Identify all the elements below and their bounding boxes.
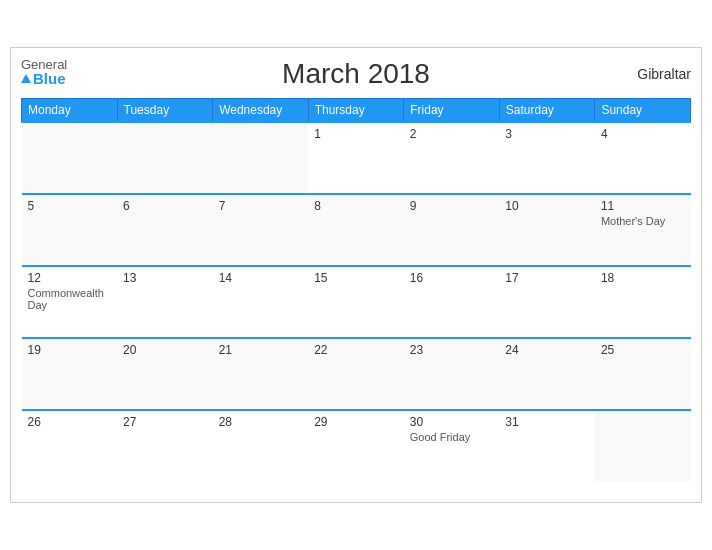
- event-label: Mother's Day: [601, 215, 685, 227]
- calendar-week-row: 19202122232425: [22, 338, 691, 410]
- day-number: 3: [505, 127, 589, 141]
- weekday-header-row: MondayTuesdayWednesdayThursdayFridaySatu…: [22, 99, 691, 123]
- calendar-week-row: 12Commonwealth Day131415161718: [22, 266, 691, 338]
- weekday-header-sunday: Sunday: [595, 99, 691, 123]
- day-number: 17: [505, 271, 589, 285]
- calendar-day-cell: 13: [117, 266, 213, 338]
- day-number: 21: [219, 343, 303, 357]
- day-number: 28: [219, 415, 303, 429]
- day-number: 11: [601, 199, 685, 213]
- calendar-day-cell: 17: [499, 266, 595, 338]
- calendar-day-cell: 31: [499, 410, 595, 482]
- calendar-day-cell: 21: [213, 338, 309, 410]
- day-number: 2: [410, 127, 494, 141]
- calendar-day-cell: 2: [404, 122, 500, 194]
- logo-blue-label: Blue: [33, 71, 66, 86]
- day-number: 24: [505, 343, 589, 357]
- calendar-day-cell: [117, 122, 213, 194]
- calendar-day-cell: 14: [213, 266, 309, 338]
- day-number: 4: [601, 127, 685, 141]
- day-number: 18: [601, 271, 685, 285]
- event-label: Commonwealth Day: [28, 287, 112, 311]
- day-number: 29: [314, 415, 398, 429]
- calendar-title: March 2018: [282, 58, 430, 90]
- day-number: 16: [410, 271, 494, 285]
- calendar-day-cell: 27: [117, 410, 213, 482]
- day-number: 12: [28, 271, 112, 285]
- day-number: 13: [123, 271, 207, 285]
- calendar-week-row: 1234: [22, 122, 691, 194]
- calendar-day-cell: 25: [595, 338, 691, 410]
- day-number: 6: [123, 199, 207, 213]
- calendar-day-cell: 23: [404, 338, 500, 410]
- calendar-header: General Blue March 2018 Gibraltar: [21, 58, 691, 90]
- calendar-day-cell: 7: [213, 194, 309, 266]
- day-number: 5: [28, 199, 112, 213]
- calendar-day-cell: [595, 410, 691, 482]
- day-number: 9: [410, 199, 494, 213]
- day-number: 20: [123, 343, 207, 357]
- calendar-day-cell: 11Mother's Day: [595, 194, 691, 266]
- day-number: 22: [314, 343, 398, 357]
- logo: General Blue: [21, 58, 67, 86]
- logo-blue-text: Blue: [21, 71, 67, 86]
- calendar-day-cell: 28: [213, 410, 309, 482]
- calendar-day-cell: 9: [404, 194, 500, 266]
- calendar-day-cell: 24: [499, 338, 595, 410]
- calendar-week-row: 567891011Mother's Day: [22, 194, 691, 266]
- weekday-header-wednesday: Wednesday: [213, 99, 309, 123]
- calendar-day-cell: 26: [22, 410, 118, 482]
- day-number: 10: [505, 199, 589, 213]
- day-number: 31: [505, 415, 589, 429]
- calendar-week-row: 2627282930Good Friday31: [22, 410, 691, 482]
- calendar-day-cell: 4: [595, 122, 691, 194]
- calendar-day-cell: 29: [308, 410, 404, 482]
- country-label: Gibraltar: [637, 66, 691, 82]
- calendar-day-cell: 15: [308, 266, 404, 338]
- day-number: 1: [314, 127, 398, 141]
- calendar-day-cell: 1: [308, 122, 404, 194]
- day-number: 14: [219, 271, 303, 285]
- day-number: 26: [28, 415, 112, 429]
- weekday-header-friday: Friday: [404, 99, 500, 123]
- day-number: 30: [410, 415, 494, 429]
- calendar-grid: MondayTuesdayWednesdayThursdayFridaySatu…: [21, 98, 691, 482]
- day-number: 23: [410, 343, 494, 357]
- day-number: 19: [28, 343, 112, 357]
- weekday-header-monday: Monday: [22, 99, 118, 123]
- weekday-header-saturday: Saturday: [499, 99, 595, 123]
- calendar-day-cell: 5: [22, 194, 118, 266]
- calendar-day-cell: 22: [308, 338, 404, 410]
- day-number: 25: [601, 343, 685, 357]
- calendar-day-cell: 8: [308, 194, 404, 266]
- calendar-day-cell: 12Commonwealth Day: [22, 266, 118, 338]
- calendar-day-cell: [213, 122, 309, 194]
- event-label: Good Friday: [410, 431, 494, 443]
- calendar-day-cell: 3: [499, 122, 595, 194]
- calendar-day-cell: 30Good Friday: [404, 410, 500, 482]
- calendar-container: General Blue March 2018 Gibraltar Monday…: [10, 47, 702, 503]
- weekday-header-thursday: Thursday: [308, 99, 404, 123]
- day-number: 27: [123, 415, 207, 429]
- calendar-day-cell: [22, 122, 118, 194]
- calendar-day-cell: 16: [404, 266, 500, 338]
- weekday-header-tuesday: Tuesday: [117, 99, 213, 123]
- calendar-day-cell: 18: [595, 266, 691, 338]
- calendar-day-cell: 19: [22, 338, 118, 410]
- calendar-day-cell: 6: [117, 194, 213, 266]
- day-number: 8: [314, 199, 398, 213]
- day-number: 15: [314, 271, 398, 285]
- day-number: 7: [219, 199, 303, 213]
- calendar-day-cell: 10: [499, 194, 595, 266]
- calendar-day-cell: 20: [117, 338, 213, 410]
